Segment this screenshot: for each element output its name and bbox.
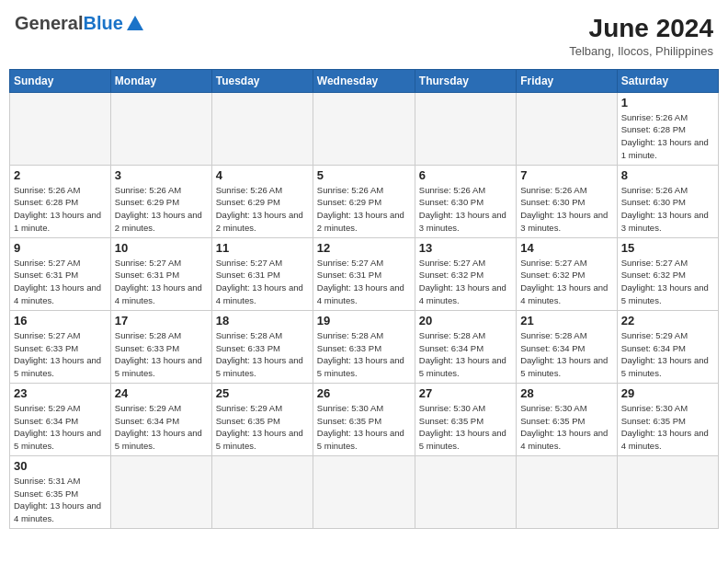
calendar-cell [10, 92, 111, 165]
col-friday: Friday [517, 69, 617, 92]
day-info: Sunrise: 5:26 AMSunset: 6:29 PMDaylight:… [115, 184, 208, 235]
logo-general: General [15, 13, 83, 33]
calendar-week-row: 30Sunrise: 5:31 AMSunset: 6:35 PMDayligh… [10, 455, 719, 528]
day-info: Sunrise: 5:26 AMSunset: 6:29 PMDaylight:… [317, 184, 411, 235]
logo-text: GeneralBlue [15, 13, 123, 34]
day-number: 25 [216, 386, 309, 400]
calendar-header-row: Sunday Monday Tuesday Wednesday Thursday… [10, 69, 719, 92]
calendar-cell: 21Sunrise: 5:28 AMSunset: 6:34 PMDayligh… [517, 310, 617, 383]
calendar-cell: 1Sunrise: 5:26 AMSunset: 6:28 PMDaylight… [617, 92, 718, 165]
calendar-cell: 2Sunrise: 5:26 AMSunset: 6:28 PMDaylight… [10, 165, 111, 237]
calendar-cell: 15Sunrise: 5:27 AMSunset: 6:32 PMDayligh… [617, 237, 718, 310]
day-info: Sunrise: 5:26 AMSunset: 6:30 PMDaylight:… [621, 184, 714, 235]
day-info: Sunrise: 5:30 AMSunset: 6:35 PMDaylight:… [621, 402, 714, 453]
logo-icon [125, 14, 145, 34]
month-year-title: June 2024 [569, 13, 713, 44]
day-number: 30 [14, 459, 107, 473]
day-info: Sunrise: 5:30 AMSunset: 6:35 PMDaylight:… [520, 402, 612, 453]
day-info: Sunrise: 5:27 AMSunset: 6:32 PMDaylight:… [621, 257, 714, 307]
calendar-week-row: 23Sunrise: 5:29 AMSunset: 6:34 PMDayligh… [10, 383, 719, 455]
day-number: 2 [14, 168, 107, 182]
calendar-cell [617, 455, 718, 528]
calendar-cell: 5Sunrise: 5:26 AMSunset: 6:29 PMDaylight… [313, 165, 415, 237]
title-block: June 2024 Telbang, Ilocos, Philippines [569, 13, 713, 58]
calendar-cell [517, 455, 617, 528]
day-info: Sunrise: 5:28 AMSunset: 6:34 PMDaylight:… [520, 329, 612, 380]
calendar-body: 1Sunrise: 5:26 AMSunset: 6:28 PMDaylight… [10, 92, 719, 528]
day-info: Sunrise: 5:26 AMSunset: 6:28 PMDaylight:… [14, 184, 107, 235]
calendar-table: Sunday Monday Tuesday Wednesday Thursday… [9, 69, 719, 529]
header: GeneralBlue June 2024 Telbang, Ilocos, P… [9, 9, 719, 62]
calendar-cell: 12Sunrise: 5:27 AMSunset: 6:31 PMDayligh… [313, 237, 415, 310]
calendar-cell [313, 92, 415, 165]
day-number: 12 [317, 241, 411, 255]
col-thursday: Thursday [415, 69, 516, 92]
day-info: Sunrise: 5:31 AMSunset: 6:35 PMDaylight:… [14, 475, 107, 525]
calendar-cell [110, 455, 211, 528]
day-number: 17 [115, 314, 208, 327]
col-wednesday: Wednesday [313, 69, 415, 92]
day-number: 4 [216, 168, 309, 182]
calendar-week-row: 9Sunrise: 5:27 AMSunset: 6:31 PMDaylight… [10, 237, 719, 310]
calendar-cell: 7Sunrise: 5:26 AMSunset: 6:30 PMDaylight… [517, 165, 617, 237]
day-number: 11 [216, 241, 309, 255]
day-number: 6 [419, 168, 512, 182]
col-monday: Monday [110, 69, 211, 92]
day-info: Sunrise: 5:27 AMSunset: 6:32 PMDaylight:… [419, 257, 512, 307]
calendar-cell [211, 455, 313, 528]
calendar-cell [313, 455, 415, 528]
day-info: Sunrise: 5:28 AMSunset: 6:33 PMDaylight:… [115, 329, 208, 380]
calendar-week-row: 16Sunrise: 5:27 AMSunset: 6:33 PMDayligh… [10, 310, 719, 383]
day-number: 10 [115, 241, 208, 255]
day-info: Sunrise: 5:30 AMSunset: 6:35 PMDaylight:… [419, 402, 512, 453]
calendar-cell: 23Sunrise: 5:29 AMSunset: 6:34 PMDayligh… [10, 383, 111, 455]
day-info: Sunrise: 5:29 AMSunset: 6:34 PMDaylight:… [14, 402, 107, 453]
calendar-cell: 4Sunrise: 5:26 AMSunset: 6:29 PMDaylight… [211, 165, 313, 237]
calendar-cell [415, 92, 516, 165]
col-tuesday: Tuesday [211, 69, 313, 92]
day-info: Sunrise: 5:27 AMSunset: 6:31 PMDaylight:… [115, 257, 208, 307]
calendar-cell: 13Sunrise: 5:27 AMSunset: 6:32 PMDayligh… [415, 237, 516, 310]
day-number: 22 [621, 314, 714, 327]
day-info: Sunrise: 5:27 AMSunset: 6:31 PMDaylight:… [317, 257, 411, 307]
calendar-cell: 24Sunrise: 5:29 AMSunset: 6:34 PMDayligh… [110, 383, 211, 455]
day-number: 16 [14, 314, 107, 327]
calendar-cell: 22Sunrise: 5:29 AMSunset: 6:34 PMDayligh… [617, 310, 718, 383]
day-number: 29 [621, 386, 714, 400]
calendar-cell [110, 92, 211, 165]
col-sunday: Sunday [10, 69, 111, 92]
calendar-cell: 28Sunrise: 5:30 AMSunset: 6:35 PMDayligh… [517, 383, 617, 455]
calendar-cell: 11Sunrise: 5:27 AMSunset: 6:31 PMDayligh… [211, 237, 313, 310]
logo-blue: Blue [83, 13, 122, 33]
calendar-cell [211, 92, 313, 165]
calendar-cell: 16Sunrise: 5:27 AMSunset: 6:33 PMDayligh… [10, 310, 111, 383]
day-info: Sunrise: 5:29 AMSunset: 6:35 PMDaylight:… [216, 402, 309, 453]
day-number: 9 [14, 241, 107, 255]
day-number: 13 [419, 241, 512, 255]
day-info: Sunrise: 5:30 AMSunset: 6:35 PMDaylight:… [317, 402, 411, 453]
col-saturday: Saturday [617, 69, 718, 92]
day-info: Sunrise: 5:29 AMSunset: 6:34 PMDaylight:… [621, 329, 714, 380]
calendar-cell: 10Sunrise: 5:27 AMSunset: 6:31 PMDayligh… [110, 237, 211, 310]
day-number: 8 [621, 168, 714, 182]
day-number: 24 [115, 386, 208, 400]
day-info: Sunrise: 5:26 AMSunset: 6:29 PMDaylight:… [216, 184, 309, 235]
calendar-cell: 26Sunrise: 5:30 AMSunset: 6:35 PMDayligh… [313, 383, 415, 455]
day-number: 21 [520, 314, 612, 327]
day-number: 19 [317, 314, 411, 327]
calendar-cell [517, 92, 617, 165]
calendar-cell: 25Sunrise: 5:29 AMSunset: 6:35 PMDayligh… [211, 383, 313, 455]
calendar-cell: 3Sunrise: 5:26 AMSunset: 6:29 PMDaylight… [110, 165, 211, 237]
day-info: Sunrise: 5:28 AMSunset: 6:33 PMDaylight:… [317, 329, 411, 380]
day-number: 26 [317, 386, 411, 400]
day-info: Sunrise: 5:28 AMSunset: 6:33 PMDaylight:… [216, 329, 309, 380]
day-info: Sunrise: 5:28 AMSunset: 6:34 PMDaylight:… [419, 329, 512, 380]
day-number: 28 [520, 386, 612, 400]
calendar-cell: 8Sunrise: 5:26 AMSunset: 6:30 PMDaylight… [617, 165, 718, 237]
calendar-week-row: 2Sunrise: 5:26 AMSunset: 6:28 PMDaylight… [10, 165, 719, 237]
calendar-cell: 6Sunrise: 5:26 AMSunset: 6:30 PMDaylight… [415, 165, 516, 237]
day-number: 23 [14, 386, 107, 400]
location-text: Telbang, Ilocos, Philippines [569, 44, 713, 58]
calendar-cell: 9Sunrise: 5:27 AMSunset: 6:31 PMDaylight… [10, 237, 111, 310]
day-number: 18 [216, 314, 309, 327]
